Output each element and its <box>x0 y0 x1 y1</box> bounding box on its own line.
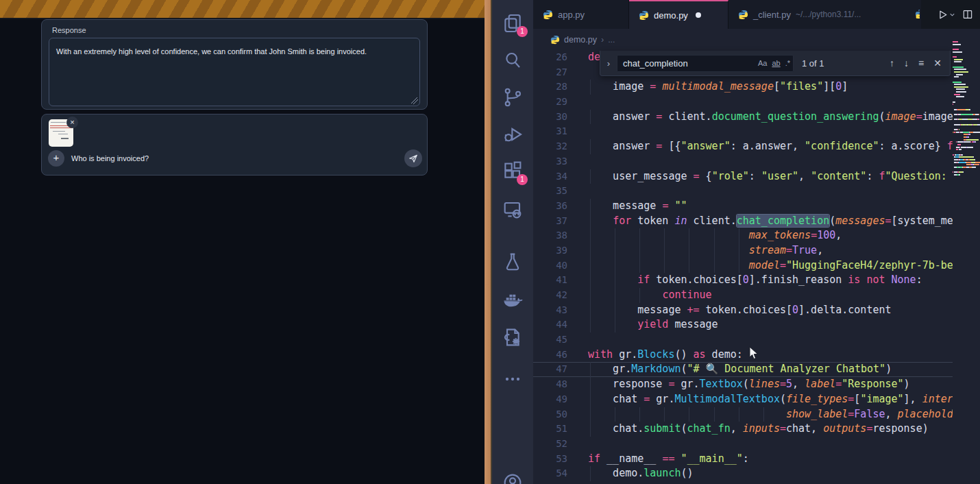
breadcrumb[interactable]: demo.py › ... <box>533 29 953 50</box>
extensions-icon[interactable]: 1 <box>502 160 524 182</box>
minimap-line <box>953 106 980 108</box>
minimap-line <box>953 114 980 115</box>
find-query-text[interactable]: chat_completion <box>623 58 753 69</box>
breadcrumb-more[interactable]: ... <box>608 35 615 45</box>
docker-icon[interactable] <box>502 289 524 311</box>
explorer-icon[interactable]: 1 <box>502 12 524 34</box>
search-icon[interactable] <box>502 49 524 71</box>
activity-bar: 1 1 <box>492 0 533 484</box>
code-line[interactable]: if token.choices[0].finish_reason is not… <box>533 273 953 288</box>
minimap-line <box>953 101 980 103</box>
minimap-line <box>953 49 980 50</box>
code-line[interactable]: user_message = {"role": "user", "content… <box>533 169 953 184</box>
source-control-icon[interactable] <box>502 86 524 108</box>
code-line[interactable]: gr.Markdown("# 🔍 Document Analyzer Chatb… <box>533 362 953 377</box>
test-beaker-icon[interactable] <box>502 251 524 273</box>
minimap-line <box>953 156 980 158</box>
extensions-badge: 1 <box>517 174 528 185</box>
code-line[interactable]: yield message <box>533 317 953 332</box>
find-results-count: 1 of 1 <box>802 58 824 69</box>
code-line[interactable]: for token in client.chat_completion(mess… <box>533 214 953 229</box>
code-line[interactable]: message += token.choices[0].delta.conten… <box>533 303 953 318</box>
remote-explorer-icon[interactable] <box>502 199 524 221</box>
dirty-indicator[interactable] <box>696 12 701 18</box>
code-line[interactable] <box>533 124 953 139</box>
editor-tabbar: app.py demo.py _client.py ~/.../python3.… <box>533 0 980 29</box>
code-line[interactable]: max_tokens=100, <box>533 228 953 243</box>
code-line[interactable]: with gr.Blocks() as demo: <box>533 348 953 363</box>
code-line[interactable] <box>533 437 953 452</box>
breadcrumb-file[interactable]: demo.py <box>564 35 597 45</box>
find-input[interactable]: chat_completion Aa ab .* <box>617 55 794 72</box>
tab-demo-py[interactable]: demo.py <box>629 0 728 29</box>
code-line[interactable]: if __name__ == "__main__": <box>533 452 953 467</box>
chat-input-card: × + Who is being invoiced? <box>41 114 428 176</box>
find-next-button[interactable]: ↓ <box>904 58 909 69</box>
code-line[interactable] <box>533 332 953 348</box>
code-line[interactable]: continue <box>533 288 953 303</box>
breadcrumb-separator: › <box>601 35 604 45</box>
minimap-line <box>953 121 980 123</box>
minimap-line <box>953 144 980 145</box>
match-case-toggle[interactable]: Aa <box>758 59 767 67</box>
minimap-line <box>953 169 980 170</box>
code-line[interactable]: answer = [{"answer": a.answer, "confiden… <box>533 139 953 154</box>
code-line[interactable] <box>533 184 953 199</box>
close-icon[interactable]: × <box>66 117 78 128</box>
find-expand-chevron[interactable]: › <box>600 58 617 69</box>
minimap-line <box>953 111 980 112</box>
code-line[interactable]: image = multimodal_message["files"][0] <box>533 80 953 95</box>
code-area[interactable]: de image = multimodal_message["files"][0… <box>533 50 953 484</box>
screenshot-stage: Response With an extremely high level of… <box>0 0 980 484</box>
minimap-line <box>953 174 980 176</box>
code-line[interactable]: message = "" <box>533 199 953 214</box>
find-in-selection-button[interactable]: ≡ <box>918 58 924 69</box>
code-line[interactable]: demo.launch() <box>533 466 953 481</box>
minimap-line <box>953 129 980 130</box>
minimap-line <box>953 109 980 110</box>
python-file-icon <box>543 10 553 20</box>
regex-toggle[interactable]: .* <box>785 59 790 67</box>
minimap-line <box>953 74 980 75</box>
code-line[interactable]: stream=True, <box>533 243 953 258</box>
minimap-line <box>953 176 980 178</box>
code-line[interactable]: model="HuggingFaceH4/zephyr-7b-beta" <box>533 258 953 274</box>
tab-client-py[interactable]: _client.py ~/.../python3.11/... <box>728 0 922 29</box>
code-line[interactable] <box>533 154 953 169</box>
minimap-line <box>953 69 980 70</box>
code-line[interactable] <box>533 481 953 484</box>
resize-handle[interactable] <box>411 97 418 104</box>
account-icon[interactable] <box>502 472 524 484</box>
find-previous-button[interactable]: ↑ <box>890 58 894 69</box>
gradio-app-window: Response With an extremely high level of… <box>0 0 485 484</box>
code-line[interactable]: show_label=False, placeholder= <box>533 407 953 422</box>
minimap[interactable] <box>953 41 980 189</box>
code-line[interactable]: chat = gr.MultimodalTextbox(file_types=[… <box>533 392 953 407</box>
minimap-line <box>953 149 980 150</box>
run-debug-icon[interactable] <box>502 123 524 145</box>
whole-word-toggle[interactable]: ab <box>772 59 780 67</box>
code-line[interactable]: response = gr.Textbox(lines=5, label="Re… <box>533 377 953 392</box>
run-python-button[interactable] <box>937 9 956 21</box>
response-textarea[interactable]: With an extremely high level of confiden… <box>49 38 420 106</box>
plus-button[interactable]: + <box>48 150 64 167</box>
response-card: Response With an extremely high level of… <box>41 19 428 110</box>
find-close-button[interactable]: ✕ <box>933 58 942 69</box>
minimap-line <box>953 59 980 60</box>
tab-label: _client.py <box>753 10 791 20</box>
send-button[interactable] <box>404 149 422 167</box>
cmake-tools-icon[interactable] <box>502 326 524 348</box>
vscode-window: 1 1 <box>492 0 980 484</box>
more-views-icon[interactable] <box>502 368 524 390</box>
code-line[interactable]: chat.submit(chat_fn, inputs=chat, output… <box>533 422 953 437</box>
tab-app-py[interactable]: app.py <box>533 0 629 29</box>
minimap-line <box>953 154 980 156</box>
tab-label: demo.py <box>654 10 688 21</box>
tab-label: app.py <box>558 10 585 20</box>
minimap-line <box>953 41 980 43</box>
split-editor-button[interactable] <box>962 9 973 20</box>
hidden-tab-python-icon <box>915 9 920 20</box>
code-line[interactable] <box>533 95 953 110</box>
code-line[interactable]: answer = client.document_question_answer… <box>533 110 953 125</box>
chat-input-text[interactable]: Who is being invoiced? <box>71 154 149 162</box>
